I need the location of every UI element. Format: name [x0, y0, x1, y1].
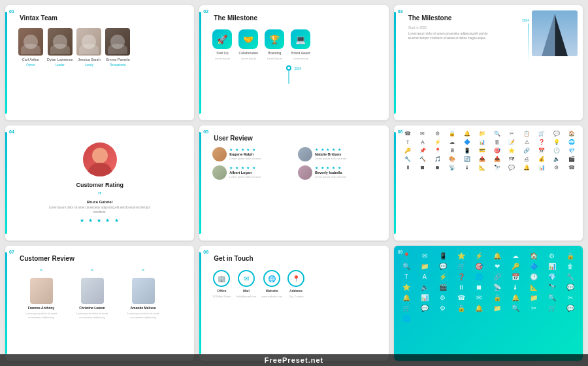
icon-teal-cell: ✂: [526, 305, 541, 312]
customer-name: Bruce Gabriel: [87, 200, 112, 204]
slide-milestone-icons: 02 The Milestone 🚀 Start Up Lorem Ipsum …: [199, 5, 388, 120]
customer-avatar: [83, 142, 117, 176]
icon-teal-cell: ❤: [490, 263, 505, 270]
team-photo-3: [76, 28, 101, 56]
icon-cell: 🖨: [521, 156, 533, 162]
cr-item-1: " Frances Anthony Lorem ipsum dolor sit …: [18, 269, 64, 319]
watermark: FreePreset.net: [0, 354, 588, 366]
icon-cell: ⏹: [416, 165, 429, 171]
slide-user-review: 05 User Review ★ ★ ★ ★ ★ Eugene Ralph Lo…: [199, 125, 388, 241]
review-avatar-1: [212, 147, 227, 161]
icon-cell: 📐: [476, 165, 489, 171]
icon-teal-cell: ⚡: [435, 273, 450, 280]
cr-quote-3: ": [142, 269, 144, 276]
icon-teal-cell: 📁: [526, 294, 541, 301]
contact-value-1: 123 Main Street: [212, 295, 231, 298]
milestone-sublabel-4: Lorem Ipsum: [293, 57, 308, 60]
icon-teal-cell: 🔔: [508, 294, 523, 301]
icon-teal-cell: 🕐: [526, 273, 541, 280]
icon-teal-cell: ✂: [563, 294, 578, 301]
icon-cell: 🔒: [446, 131, 459, 137]
icon-cell: 🔷: [461, 139, 474, 145]
icon-cell: 📌: [416, 148, 429, 154]
milestone-label-3: Branding: [268, 51, 281, 55]
milestone-item-1: 🚀 Start Up Lorem Ipsum: [212, 29, 232, 60]
team-member-4: Emma Pamela Receptionist: [105, 28, 130, 67]
icon-teal-cell: ⚙: [435, 294, 450, 301]
team-role-3: Lovely: [85, 63, 93, 67]
icon-cell: ☁: [446, 139, 459, 145]
team-member-2: Dylan Lawrence Leader: [47, 28, 73, 67]
slide-number-5: 05: [203, 129, 208, 134]
cr-text-3: Lorem ipsum dolor sit amet consectetur a…: [120, 312, 166, 319]
icon-teal-cell: 💬: [563, 305, 578, 312]
slide-get-in-touch: 08 Get in Touch 🏢 Office 123 Main Street…: [199, 246, 388, 361]
contact-label-3: Website: [266, 289, 278, 293]
icon-teal-cell: 🛒: [453, 263, 468, 270]
team-photo-4: [105, 28, 130, 56]
milestone-sublabel-1: Lorem Ipsum: [215, 57, 230, 60]
icon-cell: 📊: [536, 165, 548, 171]
icon-teal-cell: 🌐: [399, 315, 414, 322]
review-content-3: ★ ★ ★ ★ ★ Albert Logan Lorem ipsum dolor…: [229, 165, 294, 179]
team-role-2: Leader: [56, 63, 65, 67]
icon-cell: 💡: [550, 139, 563, 145]
milestone-item-3: 🏆 Branding Lorem Ipsum: [265, 29, 284, 60]
contact-item-4: 📍 Address City, Country: [287, 270, 304, 298]
team-member-3: Jessica Sarah Lovely: [76, 28, 101, 67]
slide-number-6: 06: [398, 129, 403, 134]
slide-desc-3: Lorem ipsum dolor sit amet consectetur a…: [408, 32, 493, 41]
icon-cell: 🔔: [461, 131, 474, 137]
icon-cell: 🖥: [446, 148, 459, 154]
review-stars-1: ★ ★ ★ ★ ★: [229, 147, 294, 152]
icon-teal-cell: ⭐: [453, 252, 468, 259]
contact-label-2: Mail: [243, 289, 250, 293]
cr-item-2: " Christine Lauren Lorem ipsum dolor sit…: [69, 269, 115, 319]
team-name-1: Carl Arthur: [22, 58, 39, 61]
icon-teal-cell: 📐: [526, 284, 541, 291]
review-stars-3: ★ ★ ★ ★ ★: [229, 165, 294, 170]
icon-cell: 🎯: [491, 148, 503, 154]
milestone-icon-collab: 🤝: [238, 29, 258, 49]
review-item-3: ★ ★ ★ ★ ★ Albert Logan Lorem ipsum dolor…: [212, 165, 294, 180]
contact-label-4: Address: [289, 289, 302, 293]
icon-teal-cell: 🔔: [472, 305, 487, 312]
contact-value-2: hello@email.com: [237, 295, 257, 298]
icon-cell: 🎨: [446, 156, 459, 162]
review-avatar-2: [298, 147, 312, 161]
icon-teal-cell: 🔗: [490, 273, 505, 280]
cr-text-1: Lorem ipsum dolor sit amet consectetur a…: [18, 312, 64, 319]
cr-name-1: Frances Anthony: [28, 306, 55, 310]
icon-cell: 💳: [476, 148, 489, 154]
icon-teal-cell: ☁: [508, 252, 523, 259]
icon-teal-cell: 🎯: [472, 263, 487, 270]
icon-cell: 💰: [536, 156, 548, 162]
cr-avatar-2: [81, 278, 104, 304]
team-role-4: Receptionist: [110, 63, 126, 67]
review-stars-4: ★ ★ ★ ★ ★: [315, 165, 380, 170]
icon-cell: 🌐: [565, 139, 578, 145]
icon-cell: 🔍: [491, 131, 503, 137]
team-name-3: Jessica Sarah: [78, 58, 101, 61]
icon-teal-cell: ☎: [453, 294, 468, 301]
icon-cell: 💎: [565, 148, 578, 154]
icon-cell: 📊: [476, 139, 489, 145]
icon-teal-cell: 📁: [490, 305, 505, 312]
icon-teal-cell: 🔔: [490, 252, 505, 259]
icon-teal-cell: 💬: [417, 305, 432, 312]
icon-teal-cell: ✉: [472, 294, 487, 301]
review-text-2: Lorem ipsum dolor sit amet: [315, 157, 380, 161]
review-text-4: Lorem ipsum dolor sit amet: [315, 175, 380, 179]
icon-cell: 🗑: [491, 139, 503, 145]
icon-teal-cell: 📱: [435, 252, 450, 259]
icon-teal-cell: 🎬: [435, 284, 450, 291]
slide-customer-rating: 04 Customer Rating " Bruce Gabriel Lorem…: [5, 125, 194, 241]
contact-icon-address: 📍: [287, 270, 304, 287]
icons-grid-white: ☎ ✉ ⚙ 🔒 🔔 📁 🔍 ✂ 📋 🛒 💬 🏠 T A ⚡ ☁ 🔷 📊 🗑 📝 …: [402, 131, 578, 171]
team-role-1: Owner: [26, 63, 35, 67]
icon-cell: ⚙: [550, 165, 563, 171]
slide-number-7: 07: [9, 250, 14, 254]
icon-cell: 🗺: [506, 156, 518, 162]
icon-cell: ✂: [506, 131, 518, 137]
icon-teal-cell: 💎: [544, 273, 559, 280]
